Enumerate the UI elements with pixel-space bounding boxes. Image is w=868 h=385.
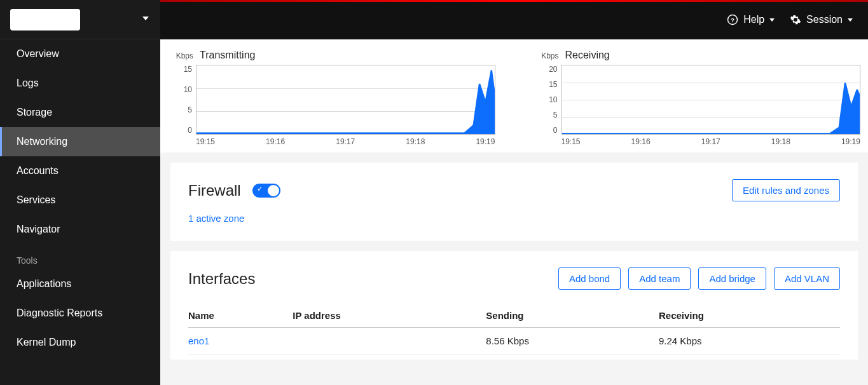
topbar: ? Help Session bbox=[160, 0, 868, 39]
x-axis: 19:1519:1619:1719:1819:19 bbox=[168, 135, 495, 146]
column-header: Name bbox=[188, 304, 293, 328]
gear-icon bbox=[790, 14, 801, 25]
content-area: Kbps Transmitting 151050 19:1519:1619:17… bbox=[160, 39, 868, 385]
firewall-card: Firewall Edit rules and zones 1 active z… bbox=[170, 163, 858, 241]
chevron-down-icon bbox=[769, 18, 775, 22]
x-tick: 19:19 bbox=[841, 137, 860, 146]
y-tick: 20 bbox=[549, 65, 557, 74]
sidebar-item-logs[interactable]: Logs bbox=[0, 69, 160, 98]
add-bridge-button[interactable]: Add bridge bbox=[698, 267, 766, 290]
add-bond-button[interactable]: Add bond bbox=[558, 267, 621, 290]
sidebar-item-networking[interactable]: Networking bbox=[0, 127, 160, 156]
y-axis: 20151050 bbox=[534, 65, 561, 135]
brand-logo bbox=[10, 9, 80, 30]
sidebar-item-navigator[interactable]: Navigator bbox=[0, 215, 160, 244]
sidebar-item-overview[interactable]: Overview bbox=[0, 39, 160, 69]
y-tick: 0 bbox=[188, 126, 192, 135]
chevron-down-icon bbox=[848, 18, 853, 22]
firewall-title: Firewall bbox=[188, 182, 241, 199]
interfaces-title: Interfaces bbox=[188, 270, 255, 288]
x-tick: 19:18 bbox=[406, 137, 425, 146]
x-axis: 19:1519:1619:1719:1819:19 bbox=[534, 135, 861, 146]
x-tick: 19:15 bbox=[561, 137, 581, 146]
cell-sending: 8.56 Kbps bbox=[486, 328, 659, 355]
x-tick: 19:16 bbox=[266, 137, 285, 146]
session-label: Session bbox=[806, 14, 843, 25]
chart-unit: Kbps bbox=[168, 51, 193, 60]
y-tick: 15 bbox=[184, 65, 192, 74]
y-tick: 5 bbox=[553, 111, 558, 119]
cell-name[interactable]: eno1 bbox=[188, 328, 293, 355]
help-label: Help bbox=[743, 14, 764, 25]
y-tick: 15 bbox=[549, 80, 557, 89]
column-header: Receiving bbox=[659, 304, 840, 328]
cell-receiving: 9.24 Kbps bbox=[659, 328, 840, 355]
x-tick: 19:16 bbox=[631, 137, 651, 146]
column-header: Sending bbox=[486, 304, 659, 328]
interfaces-card: Interfaces Add bondAdd teamAdd bridgeAdd… bbox=[170, 251, 858, 360]
y-tick: 10 bbox=[549, 95, 557, 104]
y-axis: 151050 bbox=[168, 65, 196, 135]
y-tick: 10 bbox=[184, 85, 192, 94]
active-zone-link[interactable]: 1 active zone bbox=[188, 213, 244, 224]
svg-text:?: ? bbox=[731, 17, 734, 24]
sidebar-item-diagnostic-reports[interactable]: Diagnostic Reports bbox=[0, 299, 160, 328]
x-tick: 19:17 bbox=[336, 137, 355, 146]
help-icon: ? bbox=[727, 14, 738, 25]
help-menu[interactable]: ? Help bbox=[727, 14, 775, 25]
y-tick: 0 bbox=[553, 126, 558, 135]
add-team-button[interactable]: Add team bbox=[628, 267, 691, 290]
sidebar-item-accounts[interactable]: Accounts bbox=[0, 156, 160, 186]
table-row[interactable]: eno18.56 Kbps9.24 Kbps bbox=[188, 328, 840, 355]
column-header: IP address bbox=[293, 304, 486, 328]
add-vlan-button[interactable]: Add VLAN bbox=[774, 267, 840, 290]
chevron-down-icon bbox=[142, 17, 149, 20]
x-tick: 19:15 bbox=[196, 137, 215, 146]
chart-receiving: Kbps Receiving 20151050 19:1519:1619:171… bbox=[534, 50, 861, 146]
x-tick: 19:17 bbox=[701, 137, 720, 146]
y-tick: 5 bbox=[188, 105, 192, 114]
sidebar-item-applications[interactable]: Applications bbox=[0, 269, 160, 299]
chart-plot bbox=[196, 65, 495, 135]
sidebar-section-tools: Tools bbox=[0, 244, 160, 269]
firewall-toggle[interactable] bbox=[252, 184, 280, 198]
chart-title: Receiving bbox=[565, 50, 610, 61]
sidebar-item-kernel-dump[interactable]: Kernel Dump bbox=[0, 328, 160, 357]
sidebar-item-services[interactable]: Services bbox=[0, 186, 160, 215]
edit-rules-button[interactable]: Edit rules and zones bbox=[732, 179, 840, 201]
sidebar-item-storage[interactable]: Storage bbox=[0, 98, 160, 127]
sidebar: OverviewLogsStorageNetworkingAccountsSer… bbox=[0, 0, 160, 385]
charts-row: Kbps Transmitting 151050 19:1519:1619:17… bbox=[160, 39, 868, 152]
x-tick: 19:19 bbox=[476, 137, 495, 146]
interfaces-table: NameIP addressSendingReceiving eno18.56 … bbox=[188, 304, 840, 355]
cell-ip bbox=[293, 328, 486, 355]
x-tick: 19:18 bbox=[771, 137, 790, 146]
chart-title: Transmitting bbox=[200, 50, 255, 61]
host-switcher[interactable] bbox=[0, 0, 160, 39]
chart-unit: Kbps bbox=[534, 51, 559, 60]
chart-transmitting: Kbps Transmitting 151050 19:1519:1619:17… bbox=[168, 50, 495, 146]
session-menu[interactable]: Session bbox=[790, 14, 853, 25]
chart-plot bbox=[561, 65, 861, 135]
